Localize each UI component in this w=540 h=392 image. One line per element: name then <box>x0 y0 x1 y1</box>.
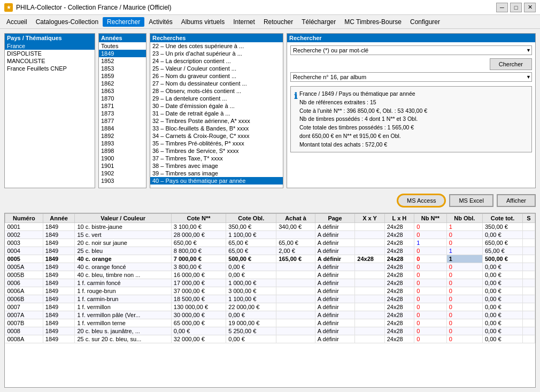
search-item[interactable]: 23 – Un prix d'achat supérieur à ... <box>150 50 283 57</box>
year-item[interactable]: 1859 <box>99 72 146 80</box>
table-row[interactable]: 0008A184925 c. sur 20 c. bleu, su...32 0… <box>5 335 535 343</box>
chercher-button[interactable]: Chercher <box>490 58 532 70</box>
year-item[interactable]: 1873 <box>99 110 146 117</box>
search-combo-2[interactable]: Recherche n° 16, par album <box>290 72 532 82</box>
minimize-button[interactable]: ─ <box>496 3 508 12</box>
menu-accueil[interactable]: Accueil <box>2 17 32 27</box>
year-item[interactable]: 1901 <box>99 162 146 170</box>
table-row[interactable]: 0003184920 c. noir sur jaune650,00 €65,0… <box>5 239 535 247</box>
afficher-button[interactable]: Afficher <box>497 194 536 207</box>
menu-catalogues[interactable]: Catalogues-Collection <box>32 17 103 27</box>
year-item[interactable]: 1898 <box>99 147 146 155</box>
table-cell <box>355 271 384 279</box>
ms-excel-button[interactable]: MS Excel <box>449 194 493 207</box>
country-item[interactable]: France <box>5 42 95 50</box>
table-cell <box>523 303 535 311</box>
table-header: Année <box>43 214 75 223</box>
table-row[interactable]: 0004184925 c. bleu8 800,00 €65,00 €2,00 … <box>5 247 535 255</box>
menu-configurer[interactable]: Configurer <box>406 17 444 27</box>
table-cell: 3 800,00 € <box>171 263 226 271</box>
table-row[interactable]: 0006B18491 f. carmin-brun18 500,00 €1 10… <box>5 295 535 303</box>
table-cell <box>276 263 315 271</box>
menu-internet[interactable]: Internet <box>229 17 259 27</box>
year-item[interactable]: 1871 <box>99 102 146 110</box>
table-row[interactable]: 0007A18491 f. vermillon pâle (Ver...30 0… <box>5 311 535 319</box>
year-item[interactable]: 1900 <box>99 155 146 162</box>
maximize-button[interactable]: □ <box>510 3 522 12</box>
year-item[interactable]: 1903 <box>99 177 146 185</box>
table-row[interactable]: 0001184910 c. bistre-jaune3 100,00 €350,… <box>5 223 535 231</box>
menu-activites[interactable]: Activités <box>144 17 177 27</box>
table-cell: 0 <box>414 319 447 327</box>
table-cell: 24x28 <box>355 255 384 263</box>
countries-list[interactable]: FranceDISPOLISTEMANCOLISTEFrance Feuille… <box>5 42 95 188</box>
ms-access-button[interactable]: MS Access <box>397 194 446 207</box>
search-item[interactable]: 28 – Observ, mots-clés contient ... <box>150 87 283 95</box>
data-table-container[interactable]: NuméroAnnéeValeur / CouleurCote N**Cote … <box>4 213 536 388</box>
search-item[interactable]: 35 – Timbres Pré-oblitérés, P* xxxx <box>150 140 283 147</box>
country-item[interactable]: DISPOLISTE <box>5 50 95 57</box>
search-item[interactable]: 29 – La dentelure contient ... <box>150 95 283 102</box>
year-item[interactable]: 1862 <box>99 80 146 87</box>
table-cell: 2,00 € <box>276 247 315 255</box>
search-item[interactable]: 33 – Bloc-feuillets & Bandes, B* xxxx <box>150 125 283 132</box>
search-item[interactable]: 36 – Timbres de Service, S* xxxx <box>150 147 283 155</box>
search-item[interactable]: 24 – La description contient ... <box>150 57 283 65</box>
year-item[interactable]: Toutes <box>99 42 146 50</box>
table-cell: 24x28 <box>384 311 414 319</box>
main-content: Pays / Thématiques FranceDISPOLISTEMANCO… <box>0 29 540 392</box>
year-item[interactable]: 1870 <box>99 95 146 102</box>
search-item[interactable]: 26 – Nom du graveur contient ... <box>150 72 283 80</box>
search-combo-2-wrapper: Recherche n° 16, par album ▼ <box>290 72 532 82</box>
table-row[interactable]: 000618491 f. carmin foncé17 000,00 €1 00… <box>5 279 535 287</box>
table-row[interactable]: 0002184915 c. vert28 000,00 €1 100,00 €A… <box>5 231 535 239</box>
menu-rechercher[interactable]: Rechercher <box>103 17 144 27</box>
table-row[interactable]: 0005A184940 c. orange foncé3 800,00 €0,0… <box>5 263 535 271</box>
year-item[interactable]: 1893 <box>99 140 146 147</box>
table-cell: 1849 <box>43 303 75 311</box>
country-item[interactable]: France Feuillets CNEP <box>5 65 95 72</box>
year-item[interactable]: 1877 <box>99 117 146 125</box>
search-item[interactable]: 22 – Une des cotes supérieure à ... <box>150 42 283 50</box>
years-list[interactable]: Toutes1849185218531859186218631870187118… <box>99 42 146 188</box>
search-item[interactable]: 39 – Timbres sans image <box>150 170 283 177</box>
table-cell: 1849 <box>43 287 75 295</box>
search-item[interactable]: 34 – Carnets & Croix-Rouge, C* xxxx <box>150 132 283 140</box>
table-row[interactable]: 000718491 f. vermillon130 000,00 €22 000… <box>5 303 535 311</box>
search-combo-1[interactable]: Recherche (*) ou par mot-clé <box>290 45 532 55</box>
search-item[interactable]: 40 – Pays ou thématique par année <box>150 177 283 185</box>
search-item[interactable]: 27 – Nom du dessinateur contient ... <box>150 80 283 87</box>
search-item[interactable]: 25 – Valeur / Couleur contient ... <box>150 65 283 72</box>
table-row[interactable]: 0005B184940 c. bleu, timbre non ...16 00… <box>5 271 535 279</box>
table-row[interactable]: 0006A18491 f. rouge-brun37 000,00 €3 000… <box>5 287 535 295</box>
table-cell: 0 <box>414 335 447 343</box>
table-cell: 1 <box>446 223 482 231</box>
menu-telecharger[interactable]: Télécharger <box>297 17 340 27</box>
searches-list[interactable]: 22 – Une des cotes supérieure à ...23 – … <box>150 42 283 188</box>
year-item[interactable]: 1902 <box>99 170 146 177</box>
year-item[interactable]: 1853 <box>99 65 146 72</box>
search-item[interactable]: 32 – Timbres Poste aérienne, A* xxxx <box>150 117 283 125</box>
country-item[interactable]: MANCOLISTE <box>5 57 95 65</box>
table-row[interactable]: 0005184940 c. orange7 000,00 €500,00 €16… <box>5 255 535 263</box>
table-row[interactable]: 0008184920 c. bleu s. jaunâtre, ...0,00 … <box>5 327 535 335</box>
table-cell: 24x28 <box>384 287 414 295</box>
search-item[interactable]: 37 – Timbres Taxe, T* xxxx <box>150 155 283 162</box>
menu-retoucher[interactable]: Retoucher <box>259 17 297 27</box>
table-cell: 0,00 € <box>482 303 522 311</box>
search-item[interactable]: 38 – Timbres avec image <box>150 162 283 170</box>
year-item[interactable]: 1892 <box>99 132 146 140</box>
menu-mc-timbres[interactable]: MC Timbres-Bourse <box>340 17 406 27</box>
close-button[interactable]: ✕ <box>524 3 536 12</box>
search-item[interactable]: 31 – Date de retrait égale à ... <box>150 110 283 117</box>
table-row[interactable]: 0007B18491 f. vermillon terne65 000,00 €… <box>5 319 535 327</box>
table-cell: 0005B <box>5 271 43 279</box>
year-item[interactable]: 1849 <box>99 50 146 57</box>
year-item[interactable]: 1863 <box>99 87 146 95</box>
year-item[interactable]: 1852 <box>99 57 146 65</box>
title-bar-controls: ─ □ ✕ <box>496 3 536 12</box>
table-cell: 0 <box>446 287 482 295</box>
year-item[interactable]: 1884 <box>99 125 146 132</box>
search-item[interactable]: 30 – Date d'émission égale à ... <box>150 102 283 110</box>
menu-albums[interactable]: Albums virtuels <box>177 17 229 27</box>
